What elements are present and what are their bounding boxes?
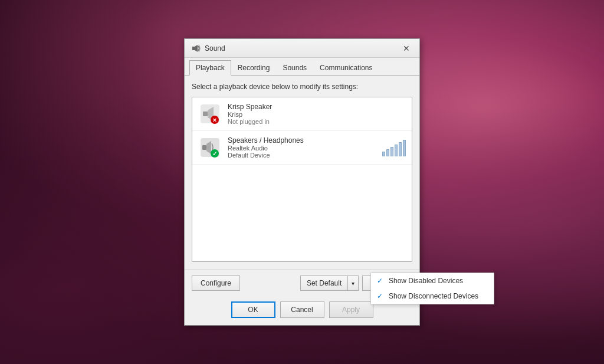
set-default-arrow-button[interactable]: ▾ <box>348 276 358 290</box>
device-list: ✕ Krisp Speaker Krisp Not plugged in <box>192 97 412 262</box>
volume-bar-3 <box>390 147 393 156</box>
svg-text:✕: ✕ <box>212 117 217 123</box>
svg-marker-1 <box>195 45 198 52</box>
sound-dialog: Sound ✕ Playback Recording Sounds Commun… <box>184 38 420 326</box>
speakers-headphones-info: Speakers / Headphones Realtek Audio Defa… <box>228 136 378 159</box>
sound-icon <box>192 44 201 53</box>
apply-button[interactable]: Apply <box>329 301 373 318</box>
set-default-split-button[interactable]: Set Default ▾ <box>300 276 359 291</box>
volume-bar-1 <box>382 152 385 156</box>
instruction-text: Select a playback device below to modify… <box>192 83 412 91</box>
context-menu-show-disabled-label: Show Disabled Devices <box>389 277 463 285</box>
dialog-body: Select a playback device below to modify… <box>185 76 419 269</box>
volume-bar-2 <box>386 149 389 156</box>
checkmark-disconnected: ✓ <box>377 292 383 300</box>
close-button[interactable]: ✕ <box>401 42 412 54</box>
ok-button[interactable]: OK <box>231 301 275 318</box>
context-menu-show-disconnected-label: Show Disconnected Devices <box>389 292 478 300</box>
svg-text:✓: ✓ <box>212 150 217 157</box>
speakers-headphones-icon: ✓ <box>198 136 222 159</box>
tabs-container: Playback Recording Sounds Communications <box>185 58 419 76</box>
context-menu-show-disconnected[interactable]: ✓ Show Disconnected Devices <box>371 288 494 304</box>
krisp-speaker-brand: Krisp <box>228 111 406 118</box>
krisp-speaker-icon: ✕ <box>198 102 222 126</box>
dialog-title: Sound <box>205 44 225 53</box>
tab-recording[interactable]: Recording <box>231 60 277 76</box>
title-left: Sound <box>192 44 225 53</box>
tab-communications[interactable]: Communications <box>313 60 379 76</box>
title-bar: Sound ✕ <box>185 39 419 58</box>
tab-sounds[interactable]: Sounds <box>276 60 313 76</box>
cancel-button[interactable]: Cancel <box>280 301 324 318</box>
svg-rect-3 <box>203 112 208 116</box>
volume-bar-6 <box>403 140 406 156</box>
speakers-headphones-status: Default Device <box>228 152 378 159</box>
device-item-speakers[interactable]: ✓ Speakers / Headphones Realtek Audio De… <box>192 131 412 165</box>
volume-bar-4 <box>395 145 398 156</box>
configure-button[interactable]: Configure <box>192 276 240 291</box>
footer-left-buttons: Configure <box>192 276 240 291</box>
krisp-speaker-info: Krisp Speaker Krisp Not plugged in <box>228 103 406 125</box>
speakers-headphones-name: Speakers / Headphones <box>228 136 378 145</box>
checkmark-disabled: ✓ <box>377 277 383 285</box>
krisp-speaker-name: Krisp Speaker <box>228 103 406 111</box>
krisp-speaker-status: Not plugged in <box>228 118 406 125</box>
volume-bar-5 <box>399 142 402 156</box>
svg-rect-0 <box>192 47 195 50</box>
volume-bars <box>382 139 406 156</box>
speakers-headphones-brand: Realtek Audio <box>228 145 378 152</box>
set-default-button[interactable]: Set Default <box>301 276 348 290</box>
svg-rect-8 <box>202 145 206 150</box>
device-item-krisp[interactable]: ✕ Krisp Speaker Krisp Not plugged in <box>192 97 412 131</box>
context-menu-show-disabled[interactable]: ✓ Show Disabled Devices <box>371 273 494 288</box>
context-menu: ✓ Show Disabled Devices ✓ Show Disconnec… <box>370 273 494 304</box>
tab-playback[interactable]: Playback <box>189 60 231 76</box>
